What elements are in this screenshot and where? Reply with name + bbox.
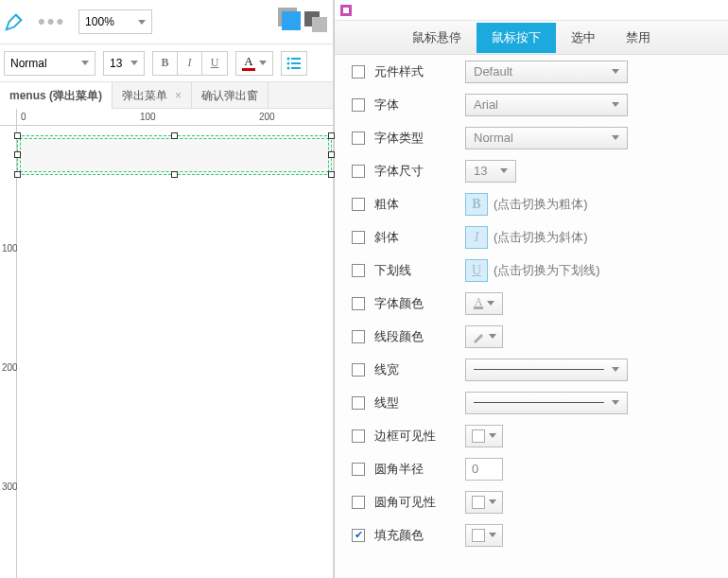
prop-fill-color: 填充颜色 — [335, 518, 728, 552]
prop-checkbox[interactable] — [352, 65, 365, 79]
font-size-select[interactable]: 13 — [103, 51, 145, 76]
prop-checkbox[interactable] — [352, 297, 365, 310]
tab-label: menus (弹出菜单) — [9, 88, 102, 104]
pen-tool-icon[interactable] — [4, 11, 25, 32]
prop-checkbox[interactable] — [352, 131, 365, 145]
bold-button[interactable]: B — [153, 52, 178, 75]
close-icon[interactable]: × — [175, 89, 182, 102]
canvas-area[interactable]: 0 100 200 100 200 300 — [0, 109, 333, 578]
resize-handle-bl[interactable] — [14, 171, 21, 178]
italic-button[interactable]: I — [178, 52, 202, 75]
line-style-select[interactable] — [465, 392, 628, 414]
prop-line-width: 线宽 — [335, 353, 728, 386]
tab-confirm-popup[interactable]: 确认弹出窗 — [192, 82, 269, 109]
prop-font: 字体 Arial — [335, 88, 728, 121]
font-weight-value: Normal — [10, 57, 47, 70]
text-color-button[interactable]: A — [235, 51, 273, 76]
caret-down-icon — [612, 102, 619, 107]
prop-checkbox[interactable] — [352, 231, 365, 244]
panel-header-icon — [340, 5, 352, 16]
line-width-select[interactable] — [465, 359, 628, 381]
prop-checkbox[interactable] — [352, 165, 365, 178]
caret-down-icon — [259, 61, 267, 65]
prop-font-type: 字体类型 Normal — [335, 121, 728, 154]
more-tools-icon[interactable]: ••• — [32, 9, 71, 34]
prop-checkbox[interactable] — [352, 363, 365, 377]
prop-widget-style: 元件样式 Default — [335, 55, 728, 88]
tab-menus[interactable]: menus (弹出菜单) — [0, 82, 113, 109]
selected-widget[interactable] — [17, 135, 332, 175]
widget-style-select[interactable]: Default — [465, 61, 628, 83]
prop-label: 圆角半径 — [374, 461, 465, 478]
text-toolbar: Normal 13 B I U A — [0, 44, 333, 82]
bold-toggle[interactable]: B — [465, 193, 488, 216]
font-select[interactable]: Arial — [465, 94, 628, 116]
caret-down-icon — [489, 433, 496, 438]
state-tab-selected[interactable]: 选中 — [556, 23, 611, 53]
underline-toggle[interactable]: U — [465, 259, 488, 282]
line-color-picker[interactable] — [465, 325, 503, 348]
prop-line-style: 线型 — [335, 386, 728, 419]
prop-hint: (点击切换为粗体) — [494, 196, 588, 213]
interaction-state-tabs: 鼠标悬停 鼠标按下 选中 禁用 — [335, 21, 728, 55]
prop-checkbox[interactable] — [352, 198, 365, 211]
prop-checkbox[interactable] — [352, 264, 365, 277]
prop-label: 线型 — [374, 394, 465, 412]
state-tab-pressed[interactable]: 鼠标按下 — [477, 23, 556, 53]
fill-color-picker[interactable] — [465, 524, 503, 547]
tab-label: 弹出菜单 — [122, 88, 167, 104]
prop-label: 粗体 — [374, 196, 465, 213]
resize-handle-tr[interactable] — [328, 132, 335, 139]
prop-checkbox[interactable] — [352, 429, 365, 443]
caret-down-icon — [81, 61, 89, 65]
font-weight-select[interactable]: Normal — [4, 51, 95, 76]
resize-handle-tm[interactable] — [171, 132, 178, 139]
prop-label: 边框可见性 — [374, 428, 465, 445]
corner-radius-input[interactable]: 0 — [465, 458, 503, 481]
svg-point-2 — [287, 61, 290, 64]
canvas-stage[interactable] — [17, 126, 333, 578]
prop-checkbox[interactable] — [352, 496, 365, 509]
resize-handle-bm[interactable] — [171, 171, 178, 178]
font-size-value: 13 — [110, 57, 122, 70]
state-tab-hover[interactable]: 鼠标悬停 — [397, 23, 477, 53]
border-visibility-select[interactable] — [465, 425, 503, 447]
arrange-icon[interactable] — [304, 11, 329, 32]
tab-popup-menu[interactable]: 弹出菜单 × — [113, 82, 192, 109]
prop-label: 字体颜色 — [374, 295, 465, 312]
underline-button[interactable]: U — [202, 52, 227, 75]
caret-down-icon — [612, 135, 619, 140]
prop-label: 下划线 — [374, 262, 465, 279]
prop-hint: (点击切换为斜体) — [494, 229, 588, 246]
resize-handle-mr[interactable] — [328, 151, 335, 158]
font-type-select[interactable]: Normal — [465, 127, 628, 149]
resize-handle-ml[interactable] — [14, 151, 21, 158]
svg-rect-3 — [291, 62, 301, 64]
ruler-tick: 200 — [259, 112, 275, 122]
state-tab-disabled[interactable]: 禁用 — [611, 23, 666, 53]
panel-header — [335, 0, 728, 21]
resize-handle-br[interactable] — [328, 171, 335, 178]
prop-bold: 粗体 B (点击切换为粗体) — [335, 187, 728, 220]
prop-checkbox[interactable] — [352, 330, 365, 343]
prop-label: 线宽 — [374, 361, 465, 378]
font-color-picker[interactable]: A — [465, 292, 503, 315]
prop-checkbox[interactable] — [352, 98, 365, 112]
prop-label: 元件样式 — [374, 63, 465, 80]
prop-checkbox[interactable] — [352, 463, 365, 476]
italic-toggle[interactable]: I — [465, 226, 488, 249]
prop-label: 圆角可见性 — [374, 494, 465, 511]
selection-inner-border — [20, 138, 329, 172]
prop-checkbox[interactable] — [352, 529, 365, 542]
zoom-select[interactable]: 100% — [78, 9, 152, 34]
foreground-swatch[interactable] — [282, 11, 301, 30]
prop-checkbox[interactable] — [352, 396, 365, 410]
corner-visibility-select[interactable] — [465, 491, 503, 514]
svg-point-4 — [287, 66, 290, 69]
svg-point-0 — [287, 57, 290, 60]
font-size-select[interactable]: 13 — [465, 160, 516, 183]
prop-label: 字体类型 — [374, 130, 465, 147]
caret-down-icon — [489, 499, 496, 504]
resize-handle-tl[interactable] — [14, 132, 21, 139]
bullet-list-button[interactable] — [281, 51, 307, 76]
